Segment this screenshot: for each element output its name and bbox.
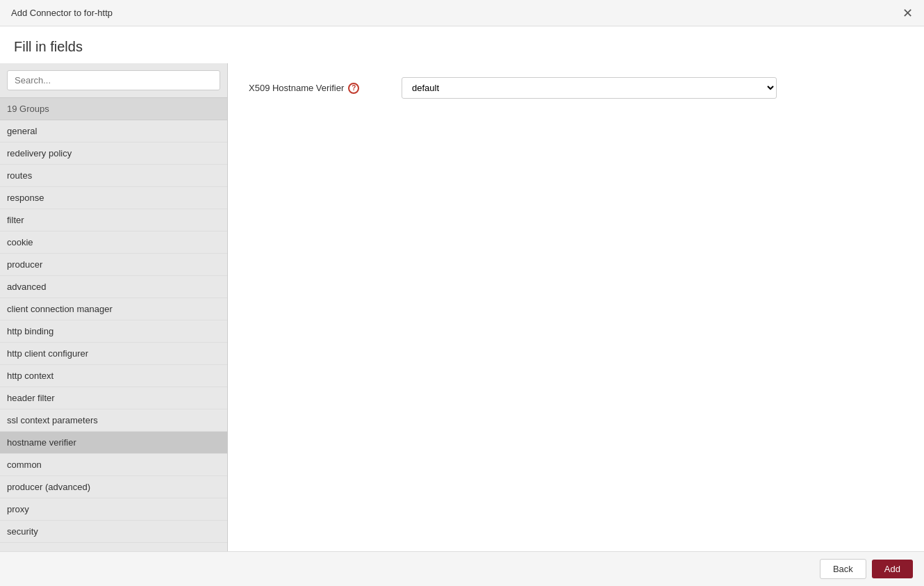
sidebar-item-security[interactable]: security <box>0 521 227 543</box>
sidebar-item-routes[interactable]: routes <box>0 165 227 187</box>
sidebar-item-redelivery-policy[interactable]: redelivery policy <box>0 143 227 165</box>
sidebar-item-ssl-context-parameters[interactable]: ssl context parameters <box>0 409 227 432</box>
sidebar-item-advanced[interactable]: advanced <box>0 276 227 298</box>
sidebar-item-cookie[interactable]: cookie <box>0 231 227 254</box>
sidebar-item-producer-advanced[interactable]: producer (advanced) <box>0 476 227 498</box>
modal-header: Add Connector to for-http ✕ <box>0 0 924 26</box>
sidebar-item-client-connection-manager[interactable]: client connection manager <box>0 298 227 320</box>
modal-body: Fill in fields 19 Groups generalredelive… <box>0 26 924 551</box>
main-panel: X509 Hostname Verifier ? default strict … <box>228 63 924 551</box>
add-button[interactable]: Add <box>872 560 913 578</box>
sidebar-item-proxy[interactable]: proxy <box>0 498 227 521</box>
sidebar-item-http-context[interactable]: http context <box>0 365 227 387</box>
sidebar-item-common[interactable]: common <box>0 454 227 476</box>
modal-footer: Back Add <box>0 551 924 586</box>
sidebar: 19 Groups generalredelivery policyroutes… <box>0 63 228 551</box>
modal-title: Add Connector to for-http <box>11 8 113 18</box>
content-area: 19 Groups generalredelivery policyroutes… <box>0 63 924 551</box>
sidebar-item-header-filter[interactable]: header filter <box>0 387 227 409</box>
x509-hostname-verifier-select[interactable]: default strict allow_all browser_compati… <box>402 77 777 99</box>
sidebar-item-producer[interactable]: producer <box>0 254 227 276</box>
sidebar-item-filter[interactable]: filter <box>0 209 227 231</box>
sidebar-item-general[interactable]: general <box>0 120 227 143</box>
search-input[interactable] <box>7 70 220 90</box>
field-row-x509: X509 Hostname Verifier ? default strict … <box>249 77 903 99</box>
x509-label-text: X509 Hostname Verifier <box>249 83 344 93</box>
sidebar-item-http-client-configurer[interactable]: http client configurer <box>0 343 227 365</box>
search-container <box>0 63 227 97</box>
page-title: Fill in fields <box>0 26 924 63</box>
sidebar-item-hostname-verifier[interactable]: hostname verifier <box>0 432 227 454</box>
groups-header: 19 Groups <box>0 97 227 120</box>
modal: Add Connector to for-http ✕ Fill in fiel… <box>0 0 924 586</box>
close-button[interactable]: ✕ <box>902 7 913 19</box>
info-icon-x509[interactable]: ? <box>348 83 359 94</box>
sidebar-item-http-binding[interactable]: http binding <box>0 320 227 343</box>
back-button[interactable]: Back <box>820 559 866 579</box>
field-label-x509: X509 Hostname Verifier ? <box>249 83 402 94</box>
sidebar-list: generalredelivery policyroutesresponsefi… <box>0 120 227 551</box>
sidebar-item-response[interactable]: response <box>0 187 227 209</box>
